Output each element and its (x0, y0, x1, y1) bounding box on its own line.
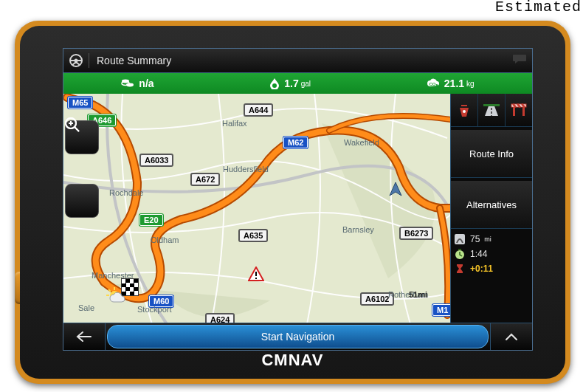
hourglass-icon (454, 263, 466, 275)
svg-rect-8 (255, 272, 257, 276)
alternatives-button[interactable]: Alternatives (451, 181, 532, 229)
shield-b6273: B6273 (400, 227, 432, 239)
shield-a672: A672 (191, 173, 219, 185)
side-panel: Route Info Alternatives 75mi 1:44 (450, 94, 532, 324)
shield-e20: E20 (139, 214, 163, 226)
arrow-left-icon (76, 331, 92, 343)
chevron-up-icon (505, 332, 518, 341)
magnifier-minus-icon (63, 116, 81, 134)
svg-point-4 (126, 83, 134, 87)
title-bar: Route Summary (63, 49, 532, 73)
shield-a635: A635 (239, 230, 267, 241)
fuel-drop-icon (269, 78, 280, 89)
cropped-caption: Estimated (495, 0, 582, 16)
distance-icon (454, 233, 466, 245)
city-halifax: Halifax (222, 119, 247, 128)
city-oldham: Oldham (151, 235, 179, 244)
warning-triangle-icon (248, 267, 264, 281)
traffic-icon-button[interactable] (451, 94, 478, 126)
page-title: Route Summary (89, 55, 179, 66)
brand-label: CMNAV (20, 351, 565, 370)
city-sale: Sale (78, 303, 94, 312)
route-length-overlay: 51mi (409, 290, 427, 299)
svg-point-1 (75, 59, 78, 63)
route-stats: 75mi 1:44 +0:11 (451, 229, 532, 276)
fuel-usage: 1.7gal (269, 78, 311, 89)
shield-m1: M1 (432, 304, 450, 316)
zoom-out-button[interactable] (65, 184, 99, 218)
city-wakefield: Wakefield (344, 138, 379, 147)
start-navigation-button[interactable]: Start Navigation (107, 325, 489, 348)
route-info-button[interactable]: Route Info (451, 130, 532, 178)
toll-cost: n/a (121, 78, 153, 89)
shield-m62: M62 (283, 137, 308, 148)
svg-line-13 (108, 289, 111, 292)
route-summary-bar: n/a 1.7gal CO₂ 21.1kg (63, 73, 532, 94)
roadworks-icon-button[interactable] (506, 94, 532, 126)
expand-button[interactable] (490, 323, 532, 350)
city-barnsley: Barnsley (342, 225, 374, 234)
map-canvas[interactable]: M65 M62 M60 M1 A646 E20 A644 A6033 A672 … (63, 94, 450, 324)
svg-text:CO₂: CO₂ (429, 82, 438, 86)
co2-emission: CO₂ 21.1kg (427, 78, 475, 89)
svg-rect-29 (458, 249, 461, 250)
city-stockport: Stockport (137, 305, 171, 314)
co2-icon: CO₂ (427, 78, 440, 89)
svg-rect-23 (483, 104, 500, 106)
shield-a644: A644 (244, 104, 272, 116)
shield-m65: M65 (68, 97, 92, 109)
steering-wheel-icon[interactable] (63, 53, 89, 68)
svg-point-5 (272, 83, 277, 88)
city-rochdale: Rochdale (109, 188, 143, 197)
speech-bubble-icon[interactable] (507, 53, 532, 68)
motorway-icon-button[interactable] (478, 94, 506, 126)
clock-icon (454, 248, 466, 260)
svg-point-21 (463, 110, 466, 113)
shield-a6033: A6033 (140, 154, 173, 166)
screen: Route Summary n/a 1.7gal (63, 48, 533, 351)
city-huddersfield: Huddersfield (223, 165, 269, 173)
bottom-bar: Start Navigation (63, 323, 532, 350)
back-button[interactable] (63, 323, 106, 350)
svg-line-19 (75, 127, 79, 131)
device-bezel: CMNAV Route Summary (15, 21, 570, 384)
svg-rect-9 (255, 278, 257, 279)
coins-icon (121, 78, 134, 89)
